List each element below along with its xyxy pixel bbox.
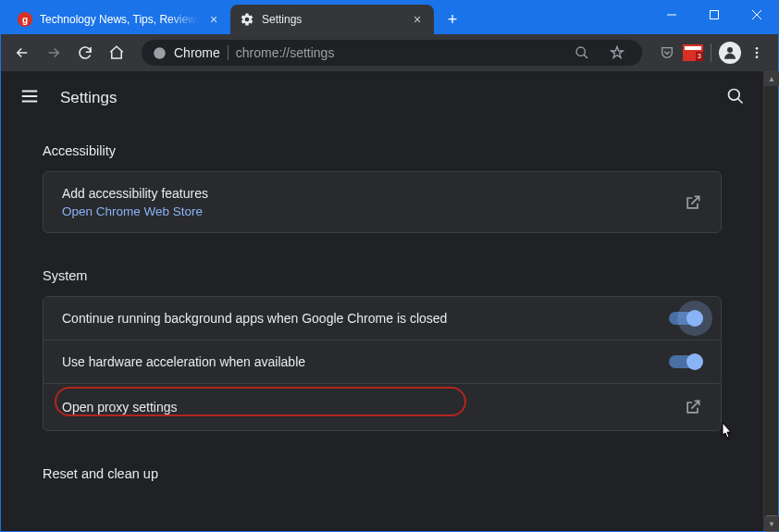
new-tab-button[interactable]: + bbox=[439, 6, 465, 32]
tab-title: Technology News, Tips, Reviews, bbox=[40, 13, 199, 26]
menu-button[interactable] bbox=[743, 39, 771, 67]
row-label: Use hardware acceleration when available bbox=[62, 354, 669, 369]
tab-technology-news[interactable]: g Technology News, Tips, Reviews, × bbox=[8, 5, 230, 34]
settings-header: Settings bbox=[1, 71, 763, 125]
zoom-icon[interactable] bbox=[568, 39, 596, 67]
address-bar[interactable]: Chrome chrome://settings bbox=[142, 40, 642, 66]
svg-point-1 bbox=[154, 47, 166, 59]
hardware-accel-row[interactable]: Use hardware acceleration when available bbox=[43, 340, 721, 384]
accessibility-card: Add accessibility features Open Chrome W… bbox=[43, 171, 722, 233]
home-button[interactable] bbox=[103, 39, 130, 67]
proxy-settings-row[interactable]: Open proxy settings bbox=[43, 384, 721, 430]
divider bbox=[711, 43, 711, 62]
site-info-icon[interactable]: Chrome bbox=[153, 45, 220, 60]
scroll-up-arrow[interactable]: ▲ bbox=[764, 71, 779, 86]
window-titlebar: g Technology News, Tips, Reviews, × Sett… bbox=[1, 1, 778, 34]
divider bbox=[228, 45, 229, 60]
close-window-button[interactable] bbox=[736, 1, 778, 29]
background-apps-row[interactable]: Continue running background apps when Go… bbox=[43, 297, 721, 340]
reload-button[interactable] bbox=[71, 39, 99, 67]
back-button[interactable] bbox=[8, 39, 36, 67]
favicon-g-icon: g bbox=[18, 12, 32, 27]
url-text: chrome://settings bbox=[236, 45, 561, 60]
svg-point-3 bbox=[727, 47, 733, 53]
svg-point-2 bbox=[576, 47, 585, 56]
svg-point-7 bbox=[729, 90, 740, 101]
external-link-icon bbox=[684, 398, 702, 416]
svg-point-5 bbox=[756, 52, 759, 55]
pocket-icon[interactable] bbox=[653, 39, 681, 67]
svg-point-4 bbox=[756, 47, 759, 50]
section-title-system: System bbox=[43, 268, 722, 283]
row-label: Add accessibility features bbox=[62, 186, 684, 201]
browser-toolbar: Chrome chrome://settings 3 bbox=[1, 34, 778, 71]
section-title-reset: Reset and clean up bbox=[43, 466, 722, 481]
external-link-icon bbox=[684, 193, 702, 212]
vertical-scrollbar[interactable]: ▲ ▼ bbox=[763, 71, 778, 531]
profile-avatar[interactable] bbox=[719, 42, 741, 64]
svg-rect-0 bbox=[711, 11, 719, 19]
minimize-button[interactable] bbox=[650, 1, 693, 29]
extension-badge[interactable]: 3 bbox=[683, 39, 703, 67]
close-icon[interactable]: × bbox=[206, 12, 221, 27]
tab-settings[interactable]: Settings × bbox=[230, 5, 434, 34]
tab-title: Settings bbox=[262, 13, 402, 26]
add-accessibility-features-row[interactable]: Add accessibility features Open Chrome W… bbox=[43, 172, 721, 232]
close-icon[interactable]: × bbox=[410, 12, 425, 27]
row-label: Continue running background apps when Go… bbox=[62, 311, 669, 326]
hardware-accel-toggle[interactable] bbox=[669, 355, 702, 368]
forward-button[interactable] bbox=[40, 39, 68, 67]
system-card: Continue running background apps when Go… bbox=[43, 296, 722, 431]
row-sublabel[interactable]: Open Chrome Web Store bbox=[62, 204, 684, 218]
search-icon[interactable] bbox=[726, 87, 745, 109]
svg-point-6 bbox=[756, 56, 759, 58]
scroll-down-arrow[interactable]: ▼ bbox=[764, 516, 779, 531]
row-label: Open proxy settings bbox=[62, 400, 684, 414]
maximize-button[interactable] bbox=[693, 1, 736, 29]
hamburger-menu-icon[interactable] bbox=[19, 86, 40, 110]
background-apps-toggle[interactable] bbox=[669, 312, 702, 325]
bookmark-star-icon[interactable] bbox=[603, 39, 631, 67]
ext-badge-count: 3 bbox=[696, 52, 703, 61]
gear-icon bbox=[240, 12, 254, 27]
section-title-accessibility: Accessibility bbox=[43, 143, 722, 158]
chrome-label: Chrome bbox=[174, 45, 220, 60]
page-title: Settings bbox=[60, 89, 706, 107]
